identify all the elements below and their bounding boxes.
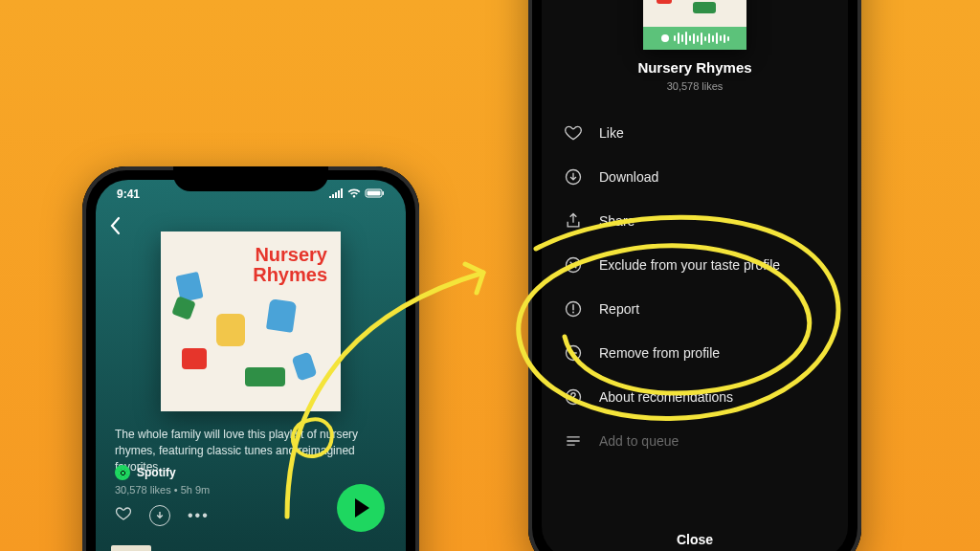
context-menu: Like Download Share Exclude from your ta… xyxy=(563,111,827,463)
close-button[interactable]: Close xyxy=(542,532,848,547)
menu-item-report[interactable]: Report xyxy=(563,287,827,331)
screen: NurseryRhymes Nursery Rhymes 30,578 like… xyxy=(542,0,848,551)
stage: 9:41 NurseryRhymes xyxy=(0,0,980,551)
menu-item-like[interactable]: Like xyxy=(563,111,827,155)
menu-item-add-queue[interactable]: Add to queue xyxy=(563,419,827,463)
menu-label: Download xyxy=(599,169,658,185)
cover-shape xyxy=(216,314,245,346)
menu-label: Add to queue xyxy=(599,433,679,449)
cover-shape xyxy=(182,348,207,369)
queue-icon xyxy=(563,430,584,452)
menu-playlist-likes: 30,578 likes xyxy=(542,80,848,92)
svg-point-6 xyxy=(572,312,574,314)
track-thumbnail xyxy=(111,545,151,551)
menu-label: Report xyxy=(599,301,639,317)
exclude-icon xyxy=(563,254,584,276)
mini-cover: NurseryRhymes xyxy=(643,0,746,50)
spotify-code-icon xyxy=(643,27,746,50)
menu-label: About recomendations xyxy=(599,389,733,405)
play-button[interactable] xyxy=(337,484,385,532)
track-row[interactable]: Wheels on the Bus (All Through t… Little… xyxy=(111,545,390,551)
spotify-logo-icon xyxy=(115,465,130,480)
menu-item-remove-profile[interactable]: Remove from profile xyxy=(563,331,827,375)
svg-rect-1 xyxy=(368,191,381,196)
menu-label: Remove from profile xyxy=(599,345,720,361)
phone-context-menu: NurseryRhymes Nursery Rhymes 30,578 like… xyxy=(528,0,861,551)
playlist-cover[interactable]: NurseryRhymes xyxy=(161,231,341,411)
download-button[interactable] xyxy=(149,505,170,526)
report-icon xyxy=(563,298,584,320)
menu-item-about-recs[interactable]: About recomendations xyxy=(563,375,827,419)
menu-item-exclude-taste[interactable]: Exclude from your taste profile xyxy=(563,243,827,287)
playlist-byline[interactable]: Spotify xyxy=(115,465,176,480)
battery-icon xyxy=(366,187,385,201)
cover-title: NurseryRhymes xyxy=(253,245,327,285)
heart-icon xyxy=(563,122,584,143)
remove-icon xyxy=(563,342,584,364)
info-icon xyxy=(563,386,584,408)
share-icon xyxy=(563,210,584,231)
menu-item-share[interactable]: Share xyxy=(563,199,827,243)
signal-icon xyxy=(329,187,343,201)
playlist-actions: ••• xyxy=(115,505,210,526)
playlist-meta: 30,578 likes • 5h 9m xyxy=(115,484,210,496)
wifi-icon xyxy=(347,187,361,201)
cover-shape xyxy=(291,352,317,382)
menu-label: Like xyxy=(599,125,624,141)
status-time: 9:41 xyxy=(117,187,140,201)
menu-item-download[interactable]: Download xyxy=(563,155,827,199)
download-icon xyxy=(563,166,584,187)
playlist-owner: Spotify xyxy=(137,466,176,479)
menu-label: Exclude from your taste profile xyxy=(599,257,780,273)
screen: 9:41 NurseryRhymes xyxy=(96,180,406,551)
back-button[interactable] xyxy=(109,216,122,241)
cover-shape xyxy=(245,367,285,386)
menu-label: Share xyxy=(599,213,635,229)
menu-playlist-title: Nursery Rhymes xyxy=(542,59,848,76)
phone-playlist-view: 9:41 NurseryRhymes xyxy=(82,166,419,551)
like-button[interactable] xyxy=(115,505,132,526)
cover-shape xyxy=(266,298,297,333)
more-button[interactable]: ••• xyxy=(188,507,210,524)
svg-rect-2 xyxy=(383,191,385,195)
svg-point-9 xyxy=(572,400,574,402)
status-bar: 9:41 xyxy=(96,186,406,203)
